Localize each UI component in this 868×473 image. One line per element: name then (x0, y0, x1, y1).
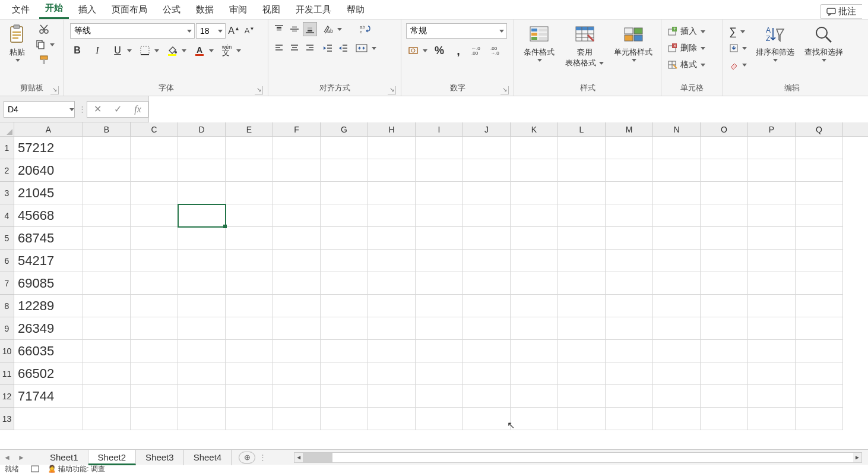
sort-filter-button[interactable]: AZ 排序和筛选 (752, 22, 798, 75)
column-header[interactable]: A (14, 122, 83, 136)
cell[interactable] (701, 362, 748, 385)
cell[interactable] (416, 272, 463, 295)
cell[interactable] (653, 385, 701, 408)
cell[interactable] (416, 159, 463, 182)
shrink-font-button[interactable]: A▼ (242, 24, 256, 38)
cell[interactable] (463, 182, 511, 204)
column-header[interactable]: J (463, 122, 511, 136)
column-header[interactable]: O (701, 122, 748, 136)
cell[interactable]: 66502 (14, 362, 83, 385)
cell[interactable] (83, 340, 131, 362)
enter-formula-button[interactable]: ✓ (107, 102, 128, 116)
cell[interactable] (463, 408, 511, 430)
cell[interactable] (321, 362, 368, 385)
cell[interactable] (653, 227, 701, 250)
cell[interactable] (131, 362, 178, 385)
cell[interactable] (321, 272, 368, 295)
cell[interactable] (463, 250, 511, 272)
cell[interactable] (273, 317, 321, 340)
cell[interactable] (653, 272, 701, 295)
cell[interactable] (796, 227, 843, 250)
cell[interactable] (653, 137, 701, 159)
name-box-input[interactable] (4, 105, 68, 114)
cell[interactable] (701, 272, 748, 295)
cell[interactable] (226, 137, 273, 159)
menu-view[interactable]: 视图 (256, 1, 286, 19)
cell[interactable] (273, 227, 321, 250)
cell[interactable] (83, 317, 131, 340)
chevron-down-icon[interactable] (423, 48, 427, 53)
cell[interactable] (748, 204, 796, 227)
scroll-right-button[interactable]: ► (853, 453, 861, 462)
cell[interactable] (701, 295, 748, 317)
cell[interactable] (226, 295, 273, 317)
wrap-text-button[interactable]: abc (354, 22, 376, 36)
cell[interactable] (273, 204, 321, 227)
cell[interactable] (226, 250, 273, 272)
row-header[interactable]: 13 (0, 408, 14, 430)
cell[interactable] (748, 408, 796, 430)
chevron-down-icon[interactable] (127, 48, 132, 53)
cell[interactable] (131, 182, 178, 204)
cell[interactable] (368, 204, 416, 227)
copy-button[interactable] (33, 37, 47, 52)
chevron-down-icon[interactable] (209, 48, 214, 53)
chevron-down-icon[interactable] (69, 107, 74, 112)
chevron-down-icon[interactable] (337, 27, 342, 31)
cell[interactable] (701, 385, 748, 408)
cell[interactable] (321, 385, 368, 408)
find-select-button[interactable]: 查找和选择 (800, 22, 847, 75)
italic-button[interactable]: I (90, 43, 104, 58)
cell[interactable] (178, 137, 226, 159)
cell[interactable] (796, 340, 843, 362)
scroll-left-button[interactable]: ◄ (294, 453, 303, 462)
cell[interactable] (368, 272, 416, 295)
merge-button[interactable] (354, 41, 369, 55)
cell[interactable] (416, 340, 463, 362)
cell[interactable] (463, 340, 511, 362)
decrease-decimal-button[interactable]: .00→.0 (489, 43, 503, 58)
cell[interactable] (416, 182, 463, 204)
cell[interactable] (796, 159, 843, 182)
cell[interactable] (226, 317, 273, 340)
cancel-formula-button[interactable]: ✕ (87, 102, 107, 116)
cell[interactable] (273, 385, 321, 408)
cell[interactable] (226, 272, 273, 295)
cell[interactable] (511, 385, 558, 408)
column-header[interactable]: N (653, 122, 701, 136)
cell[interactable] (131, 340, 178, 362)
cell[interactable]: 45668 (14, 204, 83, 227)
align-right-button[interactable] (303, 41, 317, 55)
name-box[interactable] (4, 101, 75, 118)
chevron-down-icon[interactable] (236, 48, 241, 53)
cell[interactable] (653, 250, 701, 272)
paste-button[interactable]: 粘贴 (4, 22, 31, 75)
cells-insert-button[interactable]: +插入 (665, 24, 708, 39)
cell[interactable] (558, 250, 606, 272)
cell[interactable] (83, 408, 131, 430)
increase-decimal-button[interactable]: ←.0.00 (470, 43, 484, 58)
cell[interactable] (321, 317, 368, 340)
row-header[interactable]: 10 (0, 340, 14, 362)
cell[interactable] (368, 340, 416, 362)
number-format-combo[interactable] (406, 23, 507, 39)
cell[interactable] (178, 340, 226, 362)
row-header[interactable]: 9 (0, 317, 14, 340)
cell[interactable] (416, 137, 463, 159)
cell[interactable] (273, 272, 321, 295)
cell[interactable] (606, 137, 653, 159)
cell[interactable] (463, 272, 511, 295)
cell[interactable] (511, 295, 558, 317)
row-header[interactable]: 12 (0, 385, 14, 408)
cell[interactable] (748, 227, 796, 250)
cell[interactable] (178, 182, 226, 204)
menu-dev[interactable]: 开发工具 (290, 1, 337, 19)
cell[interactable] (463, 362, 511, 385)
grow-font-button[interactable]: A▲ (227, 24, 241, 38)
cell[interactable] (273, 340, 321, 362)
cell[interactable] (226, 362, 273, 385)
cell[interactable] (748, 295, 796, 317)
cell[interactable] (178, 272, 226, 295)
cell[interactable] (748, 317, 796, 340)
cell[interactable]: 20640 (14, 159, 83, 182)
